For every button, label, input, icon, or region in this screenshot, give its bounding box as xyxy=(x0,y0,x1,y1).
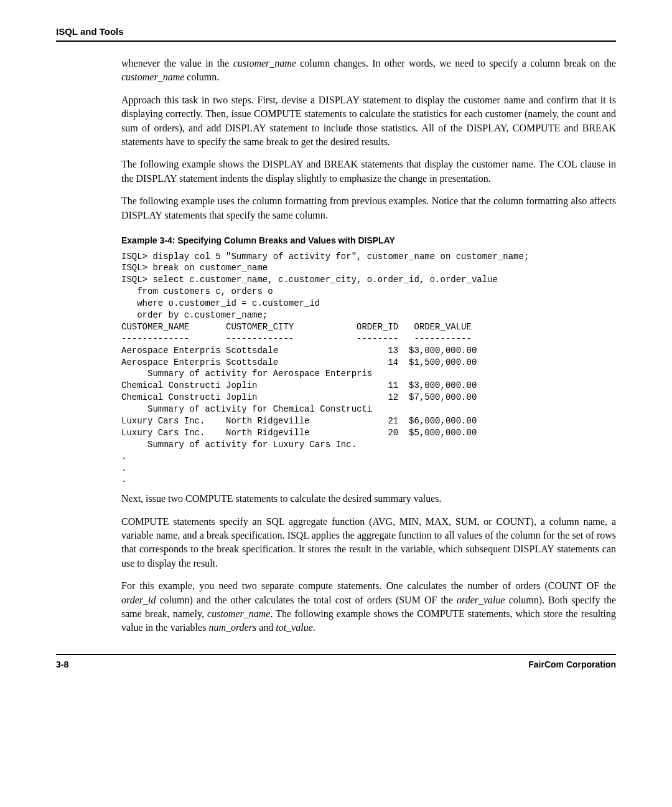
paragraph-2: Approach this task in two steps. First, … xyxy=(121,93,616,149)
p7-em4: num_orders xyxy=(208,622,256,633)
p1-em1: customer_name xyxy=(233,58,296,68)
p1-text-pre: whenever the value in the xyxy=(121,58,233,68)
page-content: whenever the value in the customer_name … xyxy=(121,57,616,635)
p7-text-6: . xyxy=(313,622,315,633)
p7-em5: tot_value xyxy=(276,622,313,633)
p1-text-post: column. xyxy=(184,72,219,82)
paragraph-3: The following example shows the DISPLAY … xyxy=(121,158,616,186)
page-header: ISQL and Tools xyxy=(56,25,616,42)
paragraph-6: COMPUTE statements specify an SQL aggreg… xyxy=(121,515,616,571)
p7-em1: order_id xyxy=(121,595,156,605)
page-number: 3-8 xyxy=(56,659,68,671)
example-caption: Example 3-4: Specifying Column Breaks an… xyxy=(121,235,616,247)
p7-text-1: For this example, you need two separate … xyxy=(121,580,616,591)
header-title: ISQL and Tools xyxy=(56,26,124,37)
paragraph-5: Next, issue two COMPUTE statements to ca… xyxy=(121,492,616,506)
p7-em3: customer_name xyxy=(207,608,270,619)
p1-text-mid: column changes. In other words, we need … xyxy=(296,58,616,68)
p7-text-5: and xyxy=(256,622,276,633)
p7-em2: order_value xyxy=(457,595,505,605)
paragraph-7: For this example, you need two separate … xyxy=(121,579,616,635)
paragraph-1: whenever the value in the customer_name … xyxy=(121,57,616,85)
paragraph-4: The following example uses the column fo… xyxy=(121,194,616,222)
page-footer: 3-8 FairCom Corporation xyxy=(56,654,616,671)
p1-em2: customer_name xyxy=(121,72,184,82)
footer-company: FairCom Corporation xyxy=(528,659,616,671)
p7-text-2: column) and the other calculates the tot… xyxy=(156,595,457,605)
code-block: ISQL> display col 5 "Summary of activity… xyxy=(121,251,616,486)
